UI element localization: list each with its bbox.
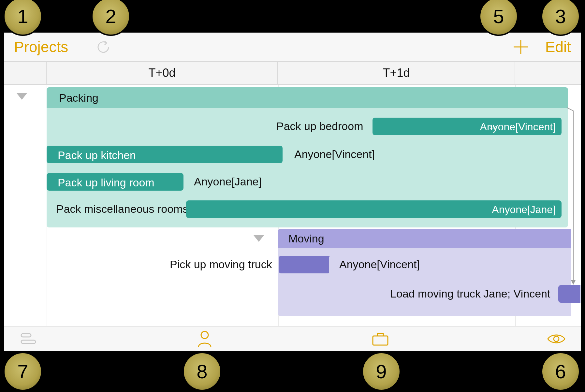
timeline-column: T+0d [47, 62, 278, 84]
tasks-icon [21, 332, 37, 345]
top-toolbar: Projects Edit [4, 33, 581, 62]
task-row[interactable]: Pack up living room Anyone[Jane] [47, 168, 581, 196]
contacts-button[interactable] [193, 329, 216, 349]
task-row[interactable]: Pack up kitchen Anyone[Vincent] [47, 141, 581, 168]
task-bar[interactable]: Pack up kitchen [47, 146, 283, 163]
disclosure-triangle-icon[interactable] [17, 93, 27, 100]
task-assignee: Jane; Vincent [483, 287, 550, 300]
tasks-view-button[interactable] [17, 329, 40, 349]
edit-button[interactable]: Edit [545, 38, 571, 56]
person-icon [197, 330, 213, 348]
task-label: Pack miscellaneous rooms [56, 203, 188, 215]
task-assignee: Anyone[Jane] [194, 175, 262, 188]
bar-tail-icon [329, 256, 337, 273]
task-assignee: Anyone[Jane] [492, 204, 556, 216]
svg-rect-2 [21, 334, 31, 337]
callout-badge: 6 [541, 352, 580, 391]
callout-badge: 3 [541, 0, 580, 36]
svg-rect-3 [21, 340, 36, 343]
task-bar[interactable]: ››› Anyone[Vincent] [373, 118, 562, 135]
callout-badge: 8 [183, 352, 222, 391]
task-label: Pack up living room [58, 176, 154, 189]
task-assignee: Anyone[Vincent] [294, 148, 375, 161]
task-bar[interactable]: Anyone[Jane] [186, 200, 562, 218]
undo-button[interactable] [94, 39, 114, 55]
plus-icon [512, 38, 529, 55]
svg-point-6 [554, 336, 559, 341]
briefcase-icon [372, 331, 389, 346]
svg-rect-5 [373, 336, 388, 345]
disclosure-triangle-icon[interactable] [254, 235, 264, 242]
bottom-toolbar [4, 326, 581, 351]
task-label: Pack up bedroom [276, 120, 363, 133]
undo-icon [97, 40, 111, 54]
timeline-gutter [4, 62, 47, 84]
task-row[interactable]: Pack up bedroom ››› Anyone[Vincent] [47, 113, 581, 140]
callout-badge: 1 [3, 0, 42, 36]
group-header[interactable]: Packing [47, 87, 568, 108]
task-label: Load moving truck [390, 287, 481, 300]
svg-point-4 [201, 331, 208, 339]
group-header[interactable]: Moving [278, 229, 571, 248]
task-bar[interactable]: Pack up living room [47, 173, 183, 191]
callout-badge: 9 [362, 352, 401, 391]
task-row[interactable]: Pack miscellaneous rooms Anyone[Jane] [47, 196, 581, 223]
task-row[interactable]: Load moving truck Jane; Vincent [47, 280, 581, 308]
callout-badge: 2 [91, 0, 130, 36]
callout-badge: 5 [479, 0, 518, 36]
timeline-column: T+1d [278, 62, 515, 84]
task-label: Pack up kitchen [58, 149, 136, 162]
task-label: Pick up moving truck [170, 258, 272, 271]
add-button[interactable] [511, 37, 531, 57]
back-button[interactable]: Projects [14, 38, 68, 56]
task-assignee: Anyone[Vincent] [339, 258, 420, 271]
task-assignee: Anyone[Vincent] [480, 121, 556, 133]
app-window: Projects Edit T+0d T+1d Packing Pack up … [4, 33, 581, 351]
view-button[interactable] [545, 329, 568, 349]
callout-badge: 7 [3, 352, 42, 391]
task-bar[interactable] [279, 256, 330, 273]
task-row[interactable]: Pick up moving truck Anyone[Vincent] [47, 251, 581, 278]
timeline-column [515, 62, 581, 84]
task-bar[interactable] [558, 285, 580, 303]
eye-icon [547, 332, 566, 345]
timeline-header: T+0d T+1d [4, 62, 581, 85]
briefcase-button[interactable] [369, 329, 392, 349]
gantt-chart[interactable]: Packing Pack up bedroom ››› Anyone[Vince… [4, 85, 581, 326]
